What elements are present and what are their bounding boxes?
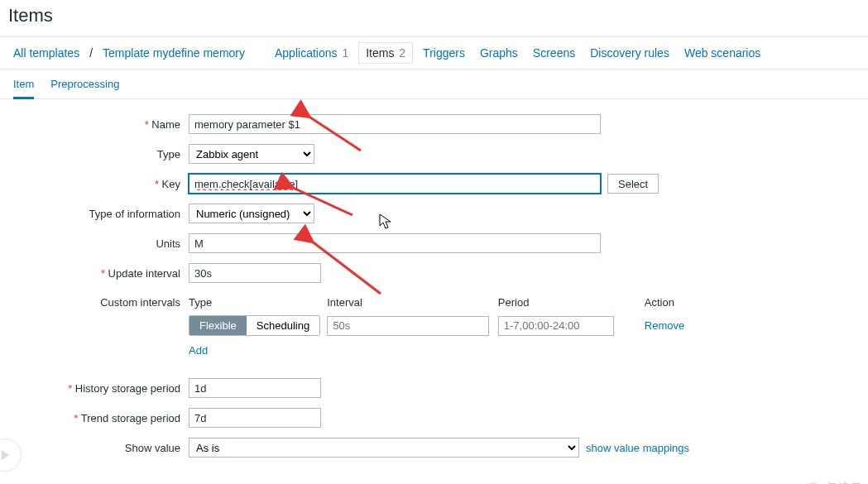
label-info-type: Type of information	[0, 208, 189, 220]
breadcrumb-separator: /	[89, 46, 93, 60]
label-units: Units	[0, 237, 189, 250]
info-type-select[interactable]: Numeric (unsigned)	[189, 204, 314, 223]
breadcrumb-template[interactable]: Template mydefine memory	[98, 43, 250, 63]
page-title: Items	[0, 0, 868, 36]
nav-applications[interactable]: Applications 1	[270, 43, 353, 63]
nav-web-scenarios[interactable]: Web scenarios	[679, 43, 765, 63]
history-input[interactable]	[189, 378, 321, 398]
show-value-mappings-link[interactable]: show value mappings	[586, 442, 689, 454]
select-button[interactable]: Select	[607, 174, 659, 194]
nav-discovery-rules[interactable]: Discovery rules	[585, 43, 674, 63]
sub-tabs: Item Preprocessing	[0, 69, 868, 99]
units-input[interactable]	[189, 233, 601, 253]
label-trend: Trend storage period	[0, 412, 189, 424]
label-name: Name	[0, 118, 189, 131]
show-value-select[interactable]: As is	[189, 438, 579, 458]
name-input[interactable]	[189, 114, 601, 134]
nav-items-count: 2	[399, 46, 405, 60]
type-select[interactable]: Zabbix agent	[189, 144, 314, 164]
col-head-interval: Interval	[327, 293, 498, 315]
nav-applications-label: Applications	[275, 46, 338, 60]
label-type: Type	[0, 148, 189, 161]
custom-intervals-block: Type Interval Period Action Flexible Sch…	[189, 293, 685, 357]
label-history: History storage period	[0, 382, 189, 395]
seg-scheduling[interactable]: Scheduling	[247, 316, 319, 335]
label-key: Key	[0, 178, 189, 190]
interval-value-input[interactable]	[327, 316, 489, 336]
nav-items-current: Items 2	[358, 42, 413, 64]
tab-item[interactable]: Item	[13, 78, 34, 99]
label-custom-intervals: Custom intervals	[0, 293, 189, 309]
interval-remove-link[interactable]: Remove	[645, 319, 684, 332]
nav-items-label: Items	[366, 46, 394, 60]
tab-preprocessing[interactable]: Preprocessing	[50, 78, 119, 98]
watermark-text: 亿速云	[826, 481, 863, 484]
label-update-interval: Update interval	[0, 267, 189, 280]
key-input[interactable]	[189, 174, 601, 194]
label-show-value: Show value	[0, 442, 189, 454]
col-head-action: Action	[645, 293, 685, 315]
col-head-type: Type	[189, 293, 327, 315]
col-head-period: Period	[498, 293, 645, 315]
breadcrumb-all-templates[interactable]: All templates	[8, 43, 84, 63]
item-form: Name Type Zabbix agent Key Select Type o…	[0, 99, 868, 484]
nav-triggers[interactable]: Triggers	[418, 43, 470, 63]
update-interval-input[interactable]	[189, 263, 321, 283]
watermark: 亿速云	[804, 481, 863, 484]
nav-graphs[interactable]: Graphs	[475, 43, 523, 63]
interval-add-link[interactable]: Add	[189, 344, 208, 357]
trend-input[interactable]	[189, 408, 321, 428]
interval-period-input[interactable]	[498, 316, 614, 336]
nav-applications-count: 1	[342, 46, 348, 60]
interval-type-segment: Flexible Scheduling	[189, 315, 320, 336]
nav-screens[interactable]: Screens	[528, 43, 580, 63]
breadcrumb: All templates / Template mydefine memory…	[0, 36, 868, 69]
seg-flexible[interactable]: Flexible	[189, 316, 247, 335]
